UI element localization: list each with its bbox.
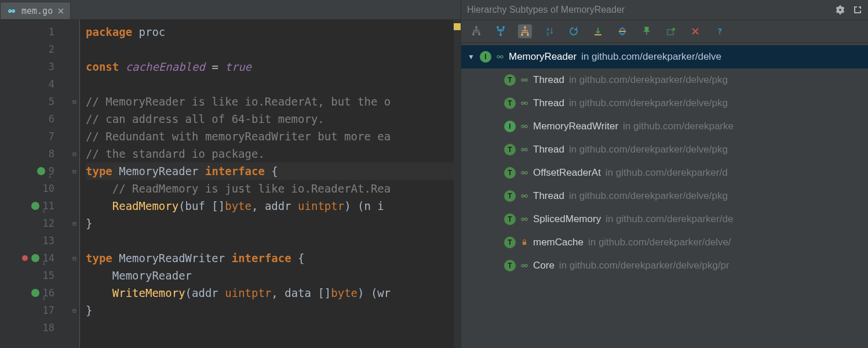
link-icon [520, 192, 528, 200]
link-icon [520, 99, 528, 107]
tree-item[interactable]: TThread in github.com/derekparker/delve/… [461, 138, 868, 161]
tree-item-name: Thread [533, 190, 564, 202]
tree-item[interactable]: TSplicedMemory in github.com/derekparker… [461, 208, 868, 231]
line-number: 13 [0, 232, 66, 249]
fold-column: ⊟ ⊟ ⊟ ⊟ ⊟ ⊟ [70, 20, 80, 348]
line-number: 5 [0, 93, 66, 110]
tree-item-location: in github.com/derekparker/delve/pkg/pr [559, 260, 730, 271]
gear-icon[interactable] [836, 5, 845, 14]
expand-all-button[interactable] [615, 24, 629, 38]
editor-tab-memgo[interactable]: mem.go [0, 2, 71, 19]
tree-item-location: in github.com/derekparker/delve/ [588, 237, 731, 248]
svg-point-11 [521, 34, 523, 36]
svg-point-5 [472, 33, 475, 35]
refresh-button[interactable] [567, 24, 581, 38]
hierarchy-tree[interactable]: ▼ I MemoryReader in github.com/derekpark… [461, 43, 868, 348]
svg-text:z: z [546, 31, 549, 37]
impl-marker-icon[interactable] [37, 167, 45, 175]
svg-rect-22 [525, 79, 527, 81]
impl-marker-icon[interactable] [31, 289, 39, 297]
code-area[interactable]: package proc const cacheEnabled = true /… [80, 20, 454, 348]
subtypes-button[interactable] [518, 24, 532, 38]
expand-arrow-icon[interactable]: ▼ [467, 53, 475, 61]
svg-rect-16 [619, 31, 626, 32]
warning-marker-icon[interactable] [454, 23, 461, 30]
tree-item-name: OffsetReaderAt [533, 167, 601, 179]
svg-point-1 [12, 9, 15, 13]
link-icon [520, 122, 528, 130]
tree-item[interactable]: TCore in github.com/derekparker/delve/pk… [461, 254, 868, 277]
line-number: 11 [0, 197, 66, 215]
hierarchy-toolbar: az ? [461, 20, 868, 43]
tree-item-location: in github.com/derekparker/de [606, 213, 733, 225]
export-button[interactable] [664, 24, 678, 38]
tree-item[interactable]: TThread in github.com/derekparker/delve/… [461, 68, 868, 92]
fold-toggle[interactable]: ⊟ [70, 215, 79, 232]
fold-toggle[interactable]: ⊟ [70, 162, 79, 180]
tree-root[interactable]: ▼ I MemoryReader in github.com/derekpark… [461, 45, 868, 68]
impl-marker-icon[interactable] [31, 202, 39, 210]
svg-point-2 [9, 10, 10, 11]
svg-rect-37 [525, 264, 527, 267]
line-number: 15 [0, 267, 66, 284]
editor-tabbar: mem.go [0, 0, 461, 20]
line-number: 18 [0, 319, 66, 336]
class-hierarchy-button[interactable] [469, 24, 483, 38]
link-icon [520, 76, 528, 84]
type-badge-icon: T [504, 260, 516, 271]
type-badge-icon: T [504, 213, 516, 225]
type-badge-icon: T [504, 190, 516, 202]
svg-rect-28 [525, 148, 527, 151]
tree-item-name: Thread [533, 97, 564, 109]
tree-item-location: in github.com/derekparker/delve/pkg [569, 190, 728, 202]
svg-point-7 [499, 34, 502, 36]
svg-point-8 [497, 26, 499, 28]
close-icon[interactable] [57, 8, 64, 14]
override-marker-icon[interactable] [22, 255, 28, 261]
fold-toggle[interactable]: ⊟ [70, 302, 79, 319]
type-badge-icon: T [504, 74, 516, 86]
line-number: 3 [0, 58, 66, 75]
line-number: 17 [0, 302, 66, 319]
type-badge-icon: T [504, 237, 516, 248]
link-icon [520, 169, 528, 177]
close-button[interactable] [688, 24, 702, 38]
sort-alpha-button[interactable]: az [542, 24, 556, 38]
svg-rect-23 [521, 102, 524, 104]
tree-item[interactable]: IMemoryReadWriter in github.com/derekpar… [461, 115, 868, 138]
tree-item-location: in github.com/derekparker/delve [581, 51, 721, 63]
svg-rect-35 [523, 242, 526, 245]
tree-item-name: MemoryReader [509, 51, 577, 63]
tree-item[interactable]: TmemCache in github.com/derekparker/delv… [461, 231, 868, 254]
svg-point-10 [524, 26, 526, 28]
autoscroll-button[interactable] [591, 24, 605, 38]
pin-button[interactable] [640, 24, 654, 38]
hierarchy-panel: Hierarchy Subtypes of MemoryReader az ? … [461, 0, 868, 348]
editor-body: 1 2 3 4 5 6 7 8 9 10 11 12 13 14 15 16 1… [0, 20, 461, 348]
tree-item-name: MemoryReadWriter [533, 121, 618, 132]
fold-toggle[interactable]: ⊟ [70, 145, 79, 162]
type-badge-icon: T [504, 167, 516, 179]
fold-toggle[interactable]: ⊟ [70, 93, 79, 110]
line-number: 12 [0, 215, 66, 232]
interface-badge-icon: I [480, 51, 491, 63]
hide-icon[interactable] [853, 5, 862, 14]
line-number: 16 [0, 284, 66, 302]
gutter: 1 2 3 4 5 6 7 8 9 10 11 12 13 14 15 16 1… [0, 20, 70, 348]
tree-item[interactable]: TThread in github.com/derekparker/delve/… [461, 92, 868, 115]
tree-item[interactable]: TThread in github.com/derekparker/delve/… [461, 184, 868, 208]
svg-rect-34 [525, 218, 527, 220]
supertypes-button[interactable] [494, 24, 508, 38]
link-icon [520, 215, 528, 223]
lock-icon [520, 238, 528, 246]
error-stripe[interactable] [454, 20, 461, 348]
svg-rect-30 [525, 172, 527, 174]
tree-item-name: Thread [533, 74, 564, 86]
tree-item-name: Thread [533, 144, 564, 155]
svg-point-12 [527, 34, 529, 36]
tree-item[interactable]: TOffsetReaderAt in github.com/derekparke… [461, 161, 868, 184]
line-number: 1 [0, 23, 66, 41]
fold-toggle[interactable]: ⊟ [70, 249, 79, 267]
help-button[interactable]: ? [713, 24, 727, 38]
impl-marker-icon[interactable] [31, 254, 39, 262]
